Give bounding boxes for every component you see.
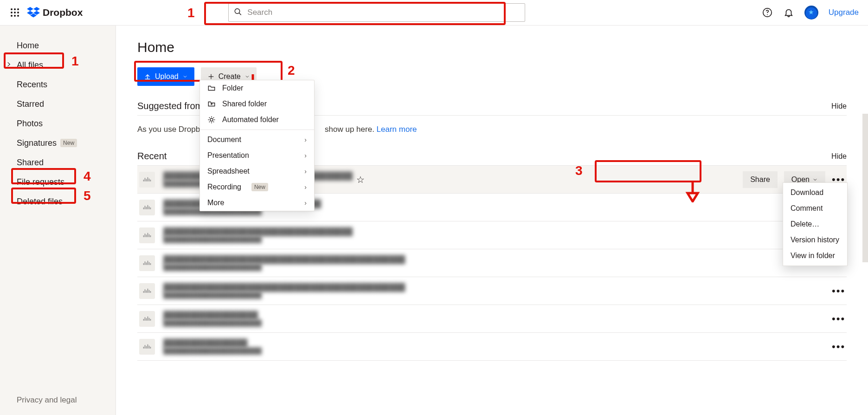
help-icon[interactable] — [762, 7, 773, 18]
svg-point-6 — [11, 15, 13, 17]
file-meta: ███████████████████████ — [163, 347, 262, 354]
sidebar-item-all-files[interactable]: All files — [0, 55, 116, 75]
svg-point-2 — [17, 8, 19, 10]
sidebar-item-shared[interactable]: Shared — [0, 153, 116, 172]
file-type-icon — [139, 339, 155, 355]
file-type-icon — [139, 227, 155, 243]
new-badge: New — [60, 139, 77, 147]
upgrade-link[interactable]: Upgrade — [829, 8, 859, 17]
svg-line-73 — [213, 117, 214, 118]
sidebar-item-starred[interactable]: Starred — [0, 94, 116, 114]
suggested-hide[interactable]: Hide — [831, 102, 847, 110]
svg-point-65 — [210, 118, 213, 121]
learn-more-link[interactable]: Learn more — [377, 125, 417, 134]
svg-marker-9 — [27, 7, 33, 11]
file-name: ████████████████████████████████████ — [163, 227, 353, 236]
svg-point-17 — [767, 14, 768, 15]
ctx-comment[interactable]: Comment — [783, 201, 847, 216]
more-actions-icon[interactable]: ••• — [832, 341, 845, 353]
chevron-right-icon: › — [304, 152, 307, 159]
svg-point-1 — [14, 8, 16, 10]
menu-divider — [200, 130, 314, 130]
sidebar-item-signatures[interactable]: Signatures New — [0, 133, 116, 153]
sidebar-item-home[interactable]: Home — [0, 36, 116, 55]
upload-button[interactable]: Upload — [137, 67, 194, 86]
file-row[interactable]: ████████████████████████████████████████… — [137, 221, 847, 249]
ctx-delete[interactable]: Delete… — [783, 216, 847, 232]
recent-title: Recent — [137, 151, 167, 162]
svg-point-7 — [14, 15, 16, 17]
menu-item-shared-folder[interactable]: Shared folder — [200, 96, 314, 112]
star-icon[interactable]: ☆ — [356, 174, 365, 185]
svg-line-72 — [209, 122, 210, 123]
sidebar-item-label: Starred — [17, 99, 44, 109]
sidebar-item-label: Signatures — [17, 138, 57, 148]
ctx-view[interactable]: View in folder — [783, 248, 847, 264]
privacy-legal-link[interactable]: Privacy and legal — [0, 396, 116, 415]
svg-line-71 — [213, 122, 214, 123]
file-name: ██████████████████ — [163, 311, 262, 319]
svg-point-14 — [235, 9, 240, 14]
svg-marker-10 — [33, 7, 40, 11]
recent-hide[interactable]: Hide — [831, 152, 847, 161]
file-type-icon — [139, 311, 155, 327]
create-dropdown: Folder Shared folder Automated folder Do… — [199, 80, 315, 211]
file-type-icon — [139, 255, 155, 271]
file-name: ████████████████████████████████████████… — [163, 255, 405, 264]
sidebar-item-label: Shared — [17, 158, 44, 168]
share-button[interactable]: Share — [743, 171, 778, 188]
row-context-menu: Download Comment Delete… Version history… — [783, 182, 848, 266]
bell-icon[interactable] — [783, 7, 794, 18]
sidebar-item-label: Deleted files — [17, 197, 63, 207]
file-row[interactable]: ████████████████████████████████████████… — [137, 305, 847, 333]
dropbox-logo[interactable]: Dropbox — [27, 7, 83, 18]
sidebar-item-recents[interactable]: Recents — [0, 75, 116, 94]
svg-point-8 — [17, 15, 19, 17]
file-name: ████████████████ — [163, 339, 262, 347]
chevron-right-icon: › — [304, 199, 307, 207]
svg-point-5 — [17, 12, 19, 13]
menu-item-recording[interactable]: Recording New › — [200, 179, 314, 195]
file-meta: ███████████████████████ — [163, 236, 353, 243]
chevron-right-icon: › — [304, 136, 307, 143]
apps-grid-icon[interactable] — [9, 7, 20, 18]
menu-item-spreadsheet[interactable]: Spreadsheet › — [200, 163, 314, 179]
sidebar-item-file-requests[interactable]: File requests — [0, 172, 116, 192]
page-title: Home — [137, 39, 847, 55]
file-meta: ███████████████████████ — [163, 319, 262, 326]
file-type-icon — [139, 172, 155, 188]
file-type-icon — [139, 283, 155, 299]
search-input[interactable] — [228, 3, 525, 22]
avatar[interactable] — [804, 6, 818, 19]
sidebar-item-photos[interactable]: Photos — [0, 114, 116, 133]
svg-point-3 — [11, 12, 13, 13]
upload-label: Upload — [155, 72, 179, 81]
brand-text: Dropbox — [43, 7, 83, 18]
search-icon — [234, 8, 242, 18]
file-row[interactable]: ████████████████████████████████████████… — [137, 277, 847, 305]
file-row[interactable]: ████████████████████████████████████████… — [137, 249, 847, 277]
new-badge: New — [251, 183, 268, 191]
more-actions-icon[interactable]: ••• — [832, 313, 845, 325]
sidebar-item-deleted-files[interactable]: Deleted files — [0, 192, 116, 211]
chevron-right-icon — [6, 60, 12, 70]
file-name: ████████████████████████████████████████… — [163, 283, 405, 292]
ctx-version[interactable]: Version history — [783, 232, 847, 248]
menu-item-more[interactable]: More › — [200, 195, 314, 211]
sidebar-item-label: All files — [17, 60, 43, 70]
more-actions-icon[interactable]: ••• — [832, 285, 845, 297]
svg-line-15 — [239, 13, 242, 15]
ctx-download[interactable]: Download — [783, 185, 847, 201]
menu-item-automated-folder[interactable]: Automated folder — [200, 112, 314, 128]
menu-item-folder[interactable]: Folder — [200, 80, 314, 96]
scrollbar[interactable] — [862, 114, 868, 262]
file-type-icon — [139, 200, 155, 215]
suggested-title: Suggested from — [137, 101, 203, 111]
menu-item-presentation[interactable]: Presentation › — [200, 148, 314, 163]
sidebar-item-label: Photos — [17, 119, 43, 129]
svg-point-4 — [14, 12, 16, 13]
svg-point-0 — [11, 8, 13, 10]
menu-item-document[interactable]: Document › — [200, 132, 314, 148]
sidebar-item-label: Home — [17, 41, 39, 51]
file-row[interactable]: ███████████████████████████████████████ … — [137, 333, 847, 361]
